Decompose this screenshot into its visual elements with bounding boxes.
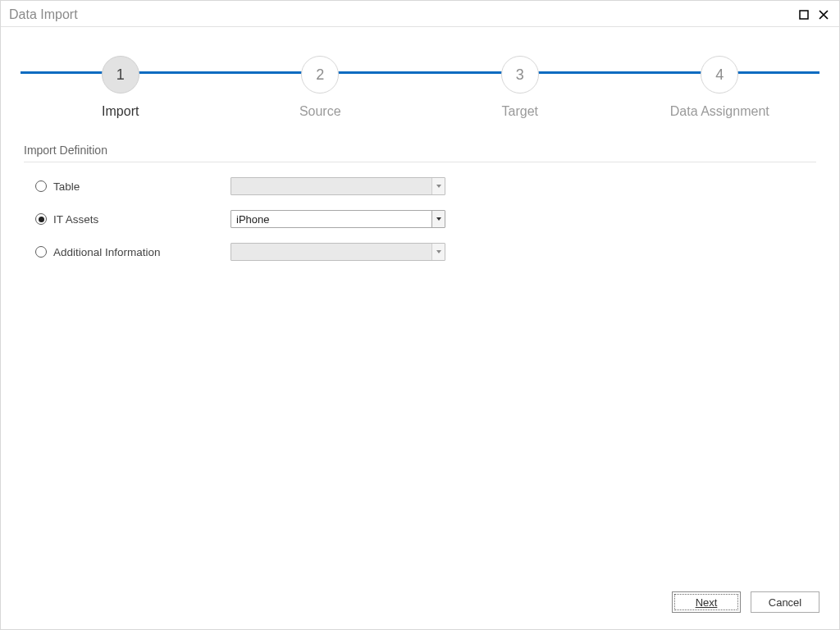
radio-table-label: Table: [53, 180, 80, 193]
radio-additional-info-label: Additional Information: [53, 246, 161, 258]
titlebar: Data Import: [1, 1, 839, 27]
wizard-stepper: 1 2 3 4 Import Source Target Data Assign…: [1, 27, 839, 144]
row-it-assets: IT Assets iPhone: [24, 210, 816, 228]
step-import[interactable]: 1: [21, 56, 221, 94]
window-title: Data Import: [9, 7, 78, 22]
step-source[interactable]: 2: [221, 56, 421, 94]
step-label-target: Target: [420, 104, 620, 119]
step-circle: 4: [701, 56, 738, 94]
row-table: Table: [24, 177, 816, 195]
step-data-assignment[interactable]: 4: [620, 56, 820, 94]
chevron-down-icon: [431, 244, 445, 260]
content-panel: Import Definition Table IT Assets iPhone…: [1, 144, 839, 261]
radio-it-assets[interactable]: [35, 213, 47, 225]
step-label-source: Source: [221, 104, 421, 119]
close-icon[interactable]: [816, 7, 831, 22]
section-title: Import Definition: [24, 144, 816, 162]
step-label-import: Import: [21, 104, 221, 119]
next-button-label: Next: [696, 596, 718, 609]
row-additional-info: Additional Information: [24, 243, 816, 261]
next-button[interactable]: Next: [672, 591, 741, 613]
chevron-down-icon[interactable]: [431, 211, 445, 227]
window-controls: [797, 7, 831, 22]
combo-it-assets-value: iPhone: [231, 213, 431, 226]
step-target[interactable]: 3: [420, 56, 620, 94]
step-circle: 3: [501, 56, 539, 94]
step-label-data-assignment: Data Assignment: [620, 104, 820, 119]
footer-buttons: Next Cancel: [672, 591, 819, 613]
svg-rect-0: [800, 11, 808, 19]
step-circle: 2: [301, 56, 339, 94]
cancel-button[interactable]: Cancel: [751, 591, 819, 613]
radio-additional-info[interactable]: [35, 246, 47, 258]
combo-additional-info: [231, 243, 445, 261]
combo-it-assets[interactable]: iPhone: [231, 210, 445, 228]
step-circle: 1: [102, 56, 139, 94]
combo-table: [231, 177, 445, 195]
cancel-button-label: Cancel: [769, 596, 801, 609]
chevron-down-icon: [431, 178, 445, 194]
radio-it-assets-label: IT Assets: [53, 213, 98, 226]
radio-table[interactable]: [35, 180, 47, 192]
maximize-icon[interactable]: [797, 7, 811, 22]
